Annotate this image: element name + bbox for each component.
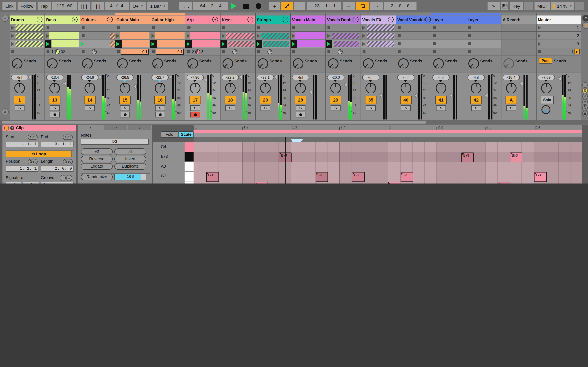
show-io-toggle-icon[interactable]: ⊞ [582,82,588,88]
volume-db-field[interactable]: -22.2 [222,75,239,80]
hatched-clip[interactable] [261,33,289,39]
hatched-clip[interactable] [332,33,359,39]
arm-record-button[interactable] [155,112,165,117]
arm-record-button[interactable] [190,112,200,117]
midi-note[interactable]: B♭3 [510,152,522,162]
clip-play-icon[interactable] [11,34,14,38]
clip-slot[interactable] [326,40,361,48]
collapse-arrow-icon[interactable]: ▽ [2,15,9,22]
track-title[interactable]: Master [536,16,581,24]
volume-fader-handle[interactable] [63,82,66,86]
hatched-clip[interactable] [16,25,43,31]
clip-play-icon[interactable] [151,42,155,46]
follow-action-row[interactable]: 28 [185,48,220,55]
tab-expression[interactable]: ∨ [128,125,151,130]
volume-fader-handle[interactable] [415,93,417,97]
track-activator-button[interactable]: 15 [119,96,131,104]
track-header[interactable]: Strings≡ [256,13,290,24]
pan-knob[interactable] [436,83,446,93]
quantization-menu[interactable]: 1 Bar▼ [147,2,168,10]
midi-map-button[interactable]: MIDI [534,2,549,10]
solo-button[interactable]: S [155,105,165,111]
slot-stop-icon[interactable] [11,50,14,53]
pan-knob[interactable] [190,83,200,93]
play-button[interactable] [231,3,237,9]
track-title[interactable]: Vocal Vocoder≡ [396,16,431,24]
volume-fader-handle[interactable] [98,75,101,79]
midi-note[interactable]: F3 [255,182,268,184]
track-title[interactable]: Keys≡ [221,16,255,24]
metronome-button[interactable]: O●▼ [130,2,146,10]
invert-button[interactable]: Invert [114,156,146,162]
volume-db-field[interactable]: -Inf [292,75,309,80]
clip-stop-icon[interactable] [398,26,401,29]
send-a-knob[interactable]: A [47,58,58,69]
stop-button[interactable] [243,3,249,9]
clip-stop-icon[interactable] [222,26,225,29]
slot-stop-icon[interactable] [222,50,225,53]
io-meter-toggle-icon[interactable]: ||| [582,22,588,29]
group-menu-icon[interactable]: ≡ [425,17,431,22]
volume-fader-handle[interactable] [274,75,277,79]
track-activator-button[interactable]: 40 [400,96,412,104]
send-a-knob[interactable]: A [12,58,22,69]
tempo-field[interactable]: 129.00 [52,2,77,10]
solo-button[interactable]: S [401,105,411,111]
track-header[interactable]: A Reverb [502,13,536,24]
clip-slot[interactable] [185,24,220,32]
groove-field[interactable]: None [41,182,73,184]
clip-stop-icon[interactable] [152,26,155,29]
clip-play-icon[interactable] [187,34,190,38]
solo-button[interactable]: S [506,105,516,111]
clip[interactable] [122,40,149,47]
volume-fader-handle[interactable] [169,75,172,79]
slot-stop-icon[interactable] [398,50,401,53]
clip-stop-icon[interactable] [468,26,471,29]
clip-slot[interactable] [256,24,290,32]
volume-fader-handle[interactable] [28,75,31,79]
track-title[interactable]: Layer [431,16,466,24]
send-a-knob[interactable]: A [187,58,198,69]
piano-key-row[interactable]: A3 [153,162,194,172]
track-title[interactable]: Drums≡ [10,16,44,24]
clip-position-field[interactable]: 1. 1. 1 [6,166,38,172]
fold-button[interactable]: Fold [161,131,178,138]
clip-slot[interactable] [256,40,290,48]
volume-fader-handle[interactable] [485,93,488,97]
send-a-knob[interactable]: A [223,58,233,69]
clip-slot[interactable] [150,24,185,32]
stop-all-clips-icon[interactable]: ▶ [574,49,580,54]
solo-button[interactable]: S [331,105,341,111]
cue-volume-dial[interactable] [541,105,550,114]
scene-play-icon[interactable] [538,42,541,46]
new-button[interactable]: ＋ [269,2,280,10]
clip-play-icon[interactable] [222,42,225,46]
volume-db-field[interactable]: -Inf [467,75,485,80]
group-menu-icon[interactable]: ≡ [353,17,359,22]
group-menu-icon[interactable]: ≡ [247,17,253,22]
duplicate-button[interactable]: Duplicate [114,163,146,170]
send-a-knob[interactable]: A [363,58,374,69]
loop-length-field[interactable]: 2. 0. 0 [384,2,416,10]
track-title[interactable]: Vocals FX≡ [361,16,396,24]
note-grid[interactable]: G2G3D3C3D3F3G2B♭3D3G2G3G2E♭3G3G2C3F3G3B♭… [194,142,582,184]
pan-knob[interactable] [155,83,165,93]
clip-play-icon[interactable] [257,34,260,38]
volume-fader-handle[interactable] [558,77,561,81]
clip-slot[interactable] [291,32,325,40]
arrangement-position-field[interactable]: 64. 2. 4 [193,2,228,10]
clip[interactable] [192,40,220,47]
reverse-button[interactable]: Reverse [81,156,113,162]
track-header[interactable]: Bass▼ [45,13,80,24]
clip-play-icon[interactable] [362,25,365,30]
volume-db-field[interactable]: -Inf [397,75,415,80]
solo-button[interactable]: S [190,105,200,111]
hatched-clip[interactable] [228,41,254,47]
track-title[interactable]: Vocals Doubl≡ [326,16,361,24]
group-menu-icon[interactable]: ≡ [283,17,288,22]
follow-action-row[interactable] [396,48,431,55]
hatched-clip[interactable] [16,33,43,39]
length-set-button[interactable]: Set [63,159,73,164]
clip-slot[interactable] [221,24,255,32]
clip-slot[interactable] [361,40,396,48]
